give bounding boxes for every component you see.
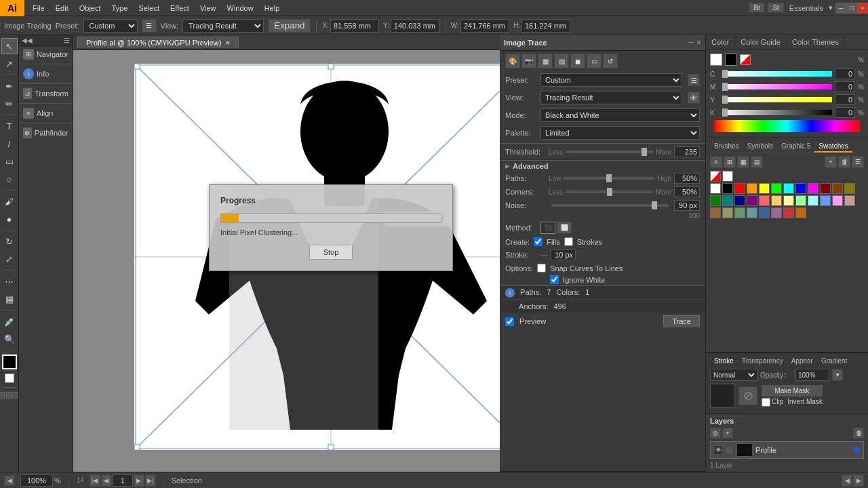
next-page-btn[interactable]: ▶ <box>134 474 144 487</box>
swatch-23[interactable] <box>844 195 855 206</box>
stock-btn[interactable]: St <box>768 3 783 13</box>
prev-page-btn[interactable]: ◀ <box>101 474 112 487</box>
line-tool[interactable]: / <box>1 136 18 152</box>
new-swatch-btn[interactable]: + <box>825 156 837 168</box>
navigator-item[interactable]: ⊞ Navigator <box>19 46 73 62</box>
cyan-value[interactable] <box>835 68 855 79</box>
text-tool[interactable]: T <box>1 118 18 134</box>
layer-locate-btn[interactable]: ◎ <box>710 428 721 439</box>
auto-color-icon[interactable]: 🎨 <box>505 54 520 68</box>
swatch-list-btn[interactable]: ≡ <box>710 156 722 168</box>
select-tool[interactable]: ↖ <box>1 38 18 54</box>
magenta-slider[interactable] <box>722 84 832 89</box>
swatch-8[interactable] <box>808 183 818 194</box>
maximize-btn[interactable]: □ <box>846 3 857 14</box>
pencil-tool[interactable]: ✏ <box>1 96 18 112</box>
swatch-31[interactable] <box>795 207 806 218</box>
appear-tab[interactable]: Appear <box>787 356 817 366</box>
advanced-triangle[interactable]: ▶ <box>505 163 510 169</box>
yellow-value[interactable] <box>835 94 855 105</box>
swatch-9[interactable] <box>820 183 831 194</box>
yellow-slider[interactable] <box>722 97 832 102</box>
threshold-value-input[interactable] <box>674 146 700 157</box>
swatch-13[interactable] <box>722 195 733 206</box>
swatch-6[interactable] <box>783 183 794 194</box>
layer-lock[interactable] <box>726 446 734 454</box>
swatch-22[interactable] <box>832 195 843 206</box>
swatch-15[interactable] <box>747 195 757 206</box>
swatch-0[interactable] <box>710 183 721 194</box>
magenta-value[interactable] <box>835 81 855 92</box>
panel-close-icon[interactable]: × <box>696 38 701 47</box>
swatch-26[interactable] <box>734 207 745 218</box>
h-input[interactable] <box>521 19 570 33</box>
trace-button[interactable]: Trace <box>663 315 700 327</box>
threshold-slider[interactable] <box>566 150 653 153</box>
preset-icon-btn[interactable]: ☰ <box>142 19 157 33</box>
view-select[interactable]: Tracing Result <box>182 19 264 33</box>
swatch-25[interactable] <box>722 207 733 218</box>
align-item[interactable]: ≡ Align <box>19 105 73 121</box>
scale-tool[interactable]: ⤢ <box>1 251 18 267</box>
preset-select[interactable]: Custom <box>83 19 138 33</box>
tab-color-guide[interactable]: Color Guide <box>735 35 787 49</box>
bw-icon[interactable]: ◼ <box>570 54 585 68</box>
panel-collapse[interactable]: ◀◀ <box>22 37 33 44</box>
preview-checkbox[interactable] <box>505 317 514 326</box>
swatch-19[interactable] <box>795 195 806 206</box>
expand-button[interactable]: Expand <box>268 19 311 33</box>
none-swatch[interactable] <box>740 54 751 65</box>
w-input[interactable] <box>460 19 509 33</box>
corners-value-input[interactable] <box>674 186 700 197</box>
swatch-14[interactable] <box>734 195 745 206</box>
rect-tool[interactable]: ▭ <box>1 153 18 169</box>
low-color-icon[interactable]: ▦ <box>538 54 553 68</box>
swap-colors[interactable] <box>5 373 14 383</box>
paths-slider[interactable] <box>564 177 654 180</box>
fills-checkbox[interactable] <box>534 237 542 246</box>
black-slider[interactable] <box>722 110 832 115</box>
method-overlapping[interactable]: ⬜ <box>557 222 572 234</box>
swatch-large-btn[interactable]: ▦ <box>737 156 749 168</box>
bridge-btn[interactable]: Br <box>749 3 765 13</box>
pen-tool[interactable]: ✒ <box>1 78 18 94</box>
panel-minimize[interactable]: ─ <box>688 38 694 47</box>
status-arrow-left[interactable]: ◀ <box>4 475 15 486</box>
menu-type[interactable]: Type <box>106 2 134 14</box>
menu-file[interactable]: File <box>27 2 50 14</box>
swatch-24[interactable] <box>710 207 721 218</box>
blend-tool[interactable]: ⋯ <box>1 273 18 289</box>
menu-object[interactable]: Object <box>74 2 106 14</box>
swatch-menu-btn[interactable]: ☰ <box>852 156 864 168</box>
view-eye-icon[interactable]: 👁 <box>688 92 700 104</box>
rotate-tool[interactable]: ↻ <box>1 233 18 249</box>
stop-button[interactable]: Stop <box>309 245 353 260</box>
stroke-tab[interactable]: Stroke <box>710 356 738 366</box>
noise-slider[interactable] <box>551 204 669 207</box>
white-fill-swatch[interactable] <box>710 54 722 66</box>
layer-eye[interactable]: 👁 <box>713 445 723 455</box>
white-swatch[interactable] <box>722 171 733 182</box>
next-artboard-btn[interactable]: ▶ <box>853 474 864 487</box>
menu-help[interactable]: Help <box>259 2 285 14</box>
more-presets-icon[interactable]: ↺ <box>603 54 618 68</box>
document-tab[interactable]: Profile.ai @ 100% (CMYK/GPU Preview) × <box>77 37 239 48</box>
info-item[interactable]: i Info <box>19 66 73 82</box>
outline-icon[interactable]: ▭ <box>587 54 601 68</box>
noise-value-input[interactable] <box>674 200 700 211</box>
y-input[interactable] <box>391 19 439 33</box>
swatch-27[interactable] <box>747 207 757 218</box>
canvas-area[interactable]: Profile.ai @ 100% (CMYK/GPU Preview) × <box>73 35 500 472</box>
graphic5-tab[interactable]: Graphic 5 <box>777 141 814 152</box>
eyedropper-tool[interactable]: 💉 <box>1 313 18 329</box>
swatch-4[interactable] <box>759 183 770 194</box>
menu-edit[interactable]: Edit <box>50 2 74 14</box>
blend-mode-select[interactable]: Normal <box>710 369 757 381</box>
workspace-dropdown[interactable]: ▾ <box>829 3 833 12</box>
advanced-label[interactable]: Advanced <box>513 162 549 170</box>
corners-slider[interactable] <box>566 190 653 193</box>
panel-menu[interactable]: ☰ <box>64 37 70 44</box>
grayscale-icon[interactable]: ▤ <box>554 54 569 68</box>
swatch-28[interactable] <box>759 207 770 218</box>
menu-effect[interactable]: Effect <box>165 2 195 14</box>
